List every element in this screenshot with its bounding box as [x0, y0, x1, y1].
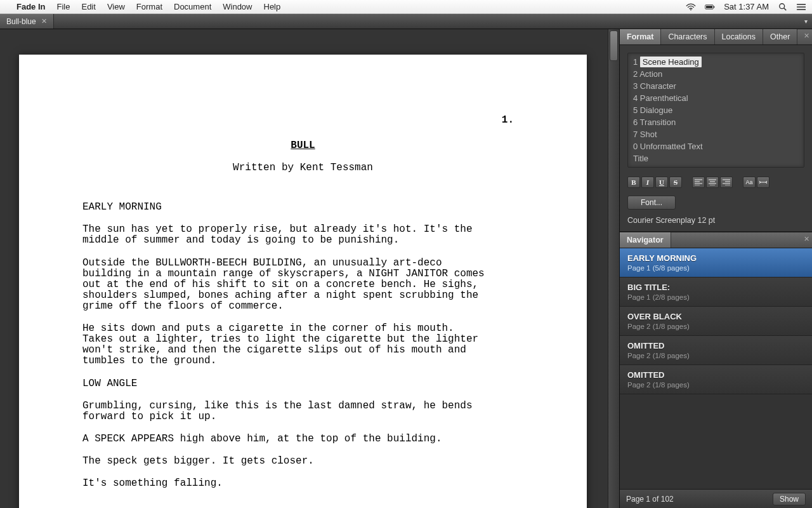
tab-locations[interactable]: Locations — [715, 29, 764, 44]
case-group: Aa — [743, 177, 769, 188]
navigator-list[interactable]: EARLY MORNINGPage 1 (5/8 pages)BIG TITLE… — [620, 248, 812, 489]
svg-point-4 — [780, 3, 785, 8]
font-description: Courier Screenplay 12 pt — [627, 216, 804, 225]
battery-icon[interactable] — [705, 3, 715, 11]
tab-characters[interactable]: Characters — [661, 29, 714, 44]
tab-format[interactable]: Format — [620, 29, 661, 44]
element-type[interactable]: 7 Shot — [628, 128, 804, 140]
editor-area[interactable]: 1. BULL Written by Kent Tessman EARLY MO… — [0, 29, 619, 508]
element-type[interactable]: 0 Unformatted Text — [628, 140, 804, 152]
menu-help[interactable]: Help — [264, 2, 281, 11]
text-style-group: B I U S — [627, 177, 682, 188]
clock[interactable]: Sat 1:37 AM — [724, 2, 769, 11]
script-byline: Written by Kent Tessman — [82, 163, 523, 173]
menu-edit[interactable]: Edit — [81, 2, 95, 11]
wifi-icon[interactable] — [686, 3, 696, 11]
close-panel-icon[interactable]: ✕ — [804, 32, 809, 40]
tab-navigator[interactable]: Navigator — [620, 232, 671, 248]
show-button[interactable]: Show — [773, 493, 806, 505]
svg-point-10 — [797, 6, 798, 8]
align-group — [692, 177, 733, 188]
navigator-item[interactable]: BIG TITLE:Page 1 (2/8 pages) — [620, 277, 812, 307]
scene-heading: LOW ANGLE — [82, 378, 488, 389]
navigator-item[interactable]: OVER BLACKPage 2 (1/8 pages) — [620, 307, 812, 336]
align-left-button[interactable] — [692, 177, 705, 188]
svg-point-11 — [797, 9, 798, 10]
action-paragraph: The speck gets bigger. It gets closer. — [82, 456, 488, 467]
navigator-panel: Navigator ✕ EARLY MORNINGPage 1 (5/8 pag… — [620, 232, 812, 508]
action-paragraph: It's something falling. — [82, 478, 488, 489]
format-panel: 1 Scene Heading2 Action3 Character4 Pare… — [620, 45, 812, 232]
underline-button[interactable]: U — [655, 177, 668, 188]
tab-overflow-icon[interactable]: ▾ — [799, 14, 812, 29]
element-type[interactable]: 3 Character — [628, 80, 804, 92]
page-number: 1. — [502, 115, 514, 126]
element-type[interactable]: Title — [628, 152, 804, 164]
svg-rect-3 — [706, 6, 712, 8]
document-tab-label: Bull-blue — [6, 17, 36, 26]
navigator-footer: Page 1 of 102 Show — [620, 489, 812, 508]
script-page[interactable]: 1. BULL Written by Kent Tessman EARLY MO… — [19, 55, 587, 508]
script-title: BULL — [82, 140, 523, 151]
case-button[interactable]: Aa — [743, 177, 756, 188]
menu-format[interactable]: Format — [136, 2, 162, 11]
menu-document[interactable]: Document — [174, 2, 211, 11]
tab-other[interactable]: Other — [763, 29, 797, 44]
close-tab-icon[interactable]: ✕ — [41, 17, 47, 25]
menu-window[interactable]: Window — [223, 2, 252, 11]
svg-point-9 — [797, 4, 798, 5]
font-button[interactable]: Font... — [627, 196, 676, 210]
format-panel-tabs: Format Characters Locations Other ✕ — [620, 29, 812, 45]
navigator-item[interactable]: OMITTEDPage 2 (1/8 pages) — [620, 365, 812, 394]
scroll-thumb[interactable] — [610, 30, 618, 61]
menu-view[interactable]: View — [107, 2, 125, 11]
document-tab-bar: Bull-blue ✕ ▾ — [0, 14, 812, 29]
side-panel: Format Characters Locations Other ✕ 1 Sc… — [619, 29, 812, 508]
vertical-scrollbar[interactable] — [608, 29, 619, 508]
mac-menubar: Fade In File Edit View Format Document W… — [0, 0, 812, 14]
navigator-item[interactable]: OMITTEDPage 2 (1/8 pages) — [620, 336, 812, 365]
menu-extras-icon[interactable] — [797, 3, 807, 11]
element-type[interactable]: 4 Parenthetical — [628, 92, 804, 104]
bold-button[interactable]: B — [627, 177, 640, 188]
svg-point-0 — [690, 9, 691, 10]
menu-file[interactable]: File — [57, 2, 70, 11]
strike-button[interactable]: S — [669, 177, 682, 188]
align-right-button[interactable] — [720, 177, 733, 188]
element-type[interactable]: 1 Scene Heading — [628, 56, 804, 68]
element-list[interactable]: 1 Scene Heading2 Action3 Character4 Pare… — [627, 53, 804, 168]
close-navigator-icon[interactable]: ✕ — [804, 235, 809, 243]
element-type[interactable]: 6 Transition — [628, 116, 804, 128]
scene-heading: EARLY MORNING — [82, 202, 523, 213]
spotlight-icon[interactable] — [778, 3, 788, 11]
element-type[interactable]: 2 Action — [628, 68, 804, 80]
svg-rect-2 — [714, 6, 714, 8]
action-paragraph: Grumbling, cursing, like this is the las… — [82, 401, 488, 422]
action-paragraph: Outside the BULLWORTH-BEECH BUILDING, an… — [82, 258, 488, 312]
expand-button[interactable] — [757, 177, 769, 188]
document-tab[interactable]: Bull-blue ✕ — [0, 14, 54, 29]
action-paragraph: The sun has yet to properly rise, but al… — [82, 224, 488, 246]
action-paragraph: A SPECK APPEARS high above him, at the t… — [82, 434, 488, 444]
italic-button[interactable]: I — [641, 177, 654, 188]
navigator-item[interactable]: EARLY MORNINGPage 1 (5/8 pages) — [620, 248, 812, 277]
svg-line-5 — [784, 8, 787, 10]
align-center-button[interactable] — [706, 177, 719, 188]
element-type[interactable]: 5 Dialogue — [628, 104, 804, 116]
app-menu[interactable]: Fade In — [16, 2, 46, 11]
action-paragraph: He sits down and puts a cigarette in the… — [82, 323, 488, 366]
page-count: Page 1 of 102 — [626, 495, 674, 504]
